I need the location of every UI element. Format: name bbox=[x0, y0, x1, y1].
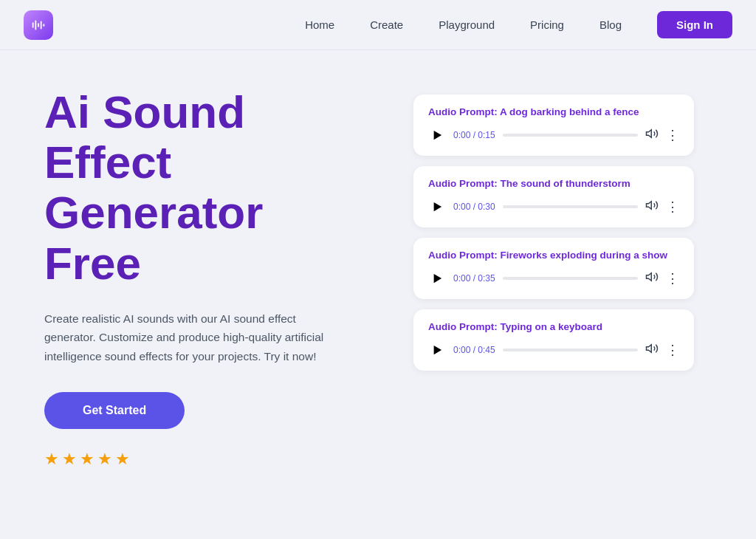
audio-prompt-label-3: Audio Prompt: Typing on a keyboard bbox=[428, 321, 679, 332]
volume-icon-3[interactable] bbox=[645, 342, 659, 358]
nav-links: Home Create Playground Pricing Blog bbox=[305, 18, 622, 31]
hero-description: Create realistic AI sounds with our AI s… bbox=[44, 309, 325, 366]
progress-bar-0[interactable] bbox=[503, 134, 638, 137]
time-display-1: 0:00 / 0:30 bbox=[453, 202, 495, 212]
nav-home[interactable]: Home bbox=[305, 18, 334, 31]
svg-marker-8 bbox=[647, 202, 652, 210]
audio-prompt-label-2: Audio Prompt: Fireworks exploding during… bbox=[428, 250, 679, 261]
svg-marker-12 bbox=[647, 345, 652, 353]
logo[interactable] bbox=[24, 10, 53, 40]
play-button-0[interactable] bbox=[428, 126, 446, 144]
progress-bar-3[interactable] bbox=[503, 349, 638, 351]
logo-icon bbox=[24, 10, 53, 40]
audio-prompt-label-1: Audio Prompt: The sound of thunderstorm bbox=[428, 178, 679, 189]
svg-rect-1 bbox=[35, 20, 36, 30]
audio-card-0: Audio Prompt: A dog barking behind a fen… bbox=[413, 95, 694, 156]
audio-card-1: Audio Prompt: The sound of thunderstorm … bbox=[413, 166, 694, 227]
svg-rect-2 bbox=[38, 23, 39, 27]
more-icon-1[interactable]: ⋮ bbox=[666, 200, 679, 213]
nav-playground[interactable]: Playground bbox=[439, 18, 495, 31]
get-started-button[interactable]: Get Started bbox=[44, 392, 185, 429]
time-display-3: 0:00 / 0:45 bbox=[453, 345, 495, 355]
audio-player-1: 0:00 / 0:30 ⋮ bbox=[428, 198, 679, 216]
star-4: ★ bbox=[97, 450, 112, 469]
svg-rect-4 bbox=[43, 24, 44, 27]
star-5: ★ bbox=[115, 450, 130, 469]
audio-player-2: 0:00 / 0:35 ⋮ bbox=[428, 270, 679, 287]
nav-pricing[interactable]: Pricing bbox=[530, 18, 564, 31]
signin-button[interactable]: Sign In bbox=[657, 11, 732, 38]
svg-marker-11 bbox=[434, 346, 442, 354]
play-button-3[interactable] bbox=[428, 341, 446, 359]
hero-title: Ai Sound Effect Generator Free bbox=[44, 87, 369, 289]
audio-card-2: Audio Prompt: Fireworks exploding during… bbox=[413, 238, 694, 299]
play-button-2[interactable] bbox=[428, 270, 446, 287]
time-display-0: 0:00 / 0:15 bbox=[453, 130, 495, 140]
svg-marker-6 bbox=[647, 130, 652, 138]
time-display-2: 0:00 / 0:35 bbox=[453, 273, 495, 284]
more-icon-2[interactable]: ⋮ bbox=[666, 272, 679, 285]
svg-marker-7 bbox=[434, 202, 442, 211]
main-content: Ai Sound Effect Generator Free Create re… bbox=[0, 50, 756, 498]
audio-card-3: Audio Prompt: Typing on a keyboard 0:00 … bbox=[413, 309, 694, 371]
audio-player-3: 0:00 / 0:45 ⋮ bbox=[428, 341, 679, 359]
volume-icon-1[interactable] bbox=[645, 199, 659, 215]
svg-marker-10 bbox=[647, 273, 652, 281]
nav-blog[interactable]: Blog bbox=[599, 18, 622, 31]
svg-marker-5 bbox=[434, 131, 442, 140]
hero-section: Ai Sound Effect Generator Free Create re… bbox=[44, 87, 369, 469]
progress-bar-1[interactable] bbox=[503, 205, 638, 208]
star-2: ★ bbox=[62, 450, 77, 469]
progress-bar-2[interactable] bbox=[503, 277, 638, 280]
star-1: ★ bbox=[44, 450, 59, 469]
audio-player-0: 0:00 / 0:15 ⋮ bbox=[428, 126, 679, 144]
svg-rect-0 bbox=[32, 22, 34, 27]
audio-cards-section: Audio Prompt: A dog barking behind a fen… bbox=[413, 95, 694, 371]
svg-rect-3 bbox=[41, 21, 42, 29]
more-icon-0[interactable]: ⋮ bbox=[666, 128, 679, 142]
nav-create[interactable]: Create bbox=[370, 18, 403, 31]
navbar: Home Create Playground Pricing Blog Sign… bbox=[0, 0, 756, 50]
volume-icon-0[interactable] bbox=[645, 127, 659, 143]
play-button-1[interactable] bbox=[428, 198, 446, 216]
more-icon-3[interactable]: ⋮ bbox=[666, 343, 679, 357]
audio-prompt-label-0: Audio Prompt: A dog barking behind a fen… bbox=[428, 106, 679, 117]
star-rating: ★ ★ ★ ★ ★ bbox=[44, 450, 369, 469]
volume-icon-2[interactable] bbox=[645, 270, 659, 286]
star-3: ★ bbox=[80, 450, 94, 469]
svg-marker-9 bbox=[434, 274, 442, 283]
